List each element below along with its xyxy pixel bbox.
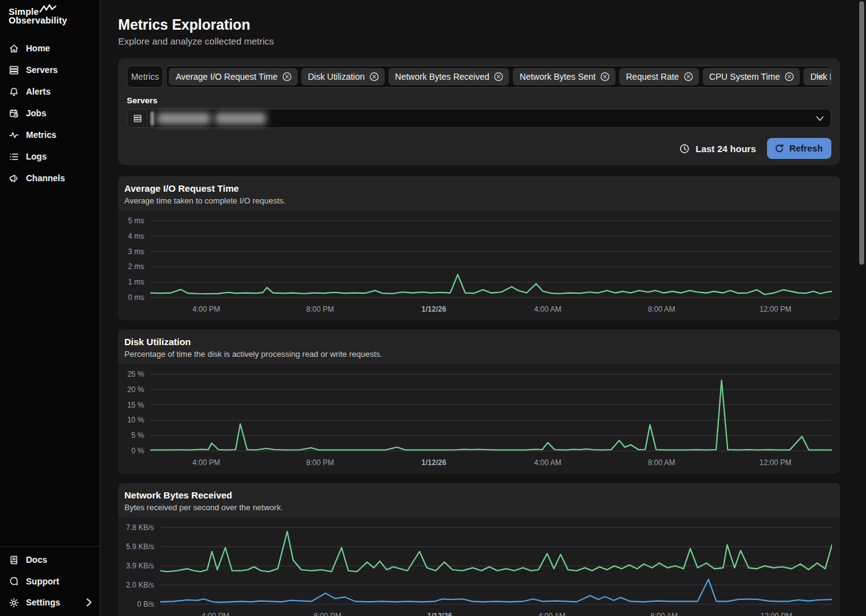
metric-chip[interactable]: Disk Utilization <box>301 68 385 85</box>
x-axis-tick: 1/12/26 <box>406 305 461 314</box>
y-axis-tick: 3.9 KB/s <box>118 562 154 570</box>
sidebar-item-label: Jobs <box>26 108 46 118</box>
sidebar-item-alerts[interactable]: Alerts <box>0 84 100 99</box>
servers-label: Servers <box>127 96 158 105</box>
y-axis-tick: 15 % <box>118 401 144 409</box>
y-axis-tick: 2.0 KB/s <box>118 581 154 589</box>
time-range-button[interactable]: Last 24 hours <box>679 143 756 154</box>
y-axis-tick: 20 % <box>118 385 144 394</box>
sidebar-item-docs[interactable]: Docs <box>0 552 100 567</box>
remove-metric-icon[interactable] <box>282 72 292 82</box>
refresh-button[interactable]: Refresh <box>767 138 831 159</box>
sidebar-item-label: Metrics <box>26 130 56 140</box>
time-range-label: Last 24 hours <box>695 143 756 154</box>
chart-panel-disk-utilization: Disk Utilization Percentage of time the … <box>118 330 840 474</box>
metric-chip-label: Average I/O Request Time <box>176 72 278 82</box>
calendar-icon <box>9 108 19 119</box>
y-axis-tick: 4 ms <box>118 232 144 241</box>
metrics-chipbar-label: Metrics <box>127 66 163 88</box>
x-axis-tick: 4:00 PM <box>187 612 243 616</box>
sidebar-item-label: Logs <box>26 152 46 161</box>
x-axis-tick: 8:00 PM <box>299 612 355 616</box>
sidebar-item-settings[interactable]: Settings <box>0 595 100 610</box>
chart-canvas <box>150 369 832 456</box>
x-axis-tick: 1/12/26 <box>406 458 461 467</box>
y-axis-tick: 25 % <box>118 370 144 379</box>
sidebar-item-label: Home <box>26 43 50 53</box>
metric-chip[interactable]: Network Bytes Sent <box>513 68 615 85</box>
metric-chip-label: Network Bytes Sent <box>520 72 596 82</box>
y-axis-tick: 3 ms <box>118 247 144 256</box>
sidebar-item-logs[interactable]: Logs <box>0 149 100 164</box>
logo-line1: Simple <box>9 7 39 17</box>
chevron-right-icon <box>86 598 92 607</box>
servers-icon <box>9 65 19 75</box>
metric-chip[interactable]: Network Bytes Received <box>388 68 510 85</box>
remove-metric-icon[interactable] <box>369 72 379 82</box>
sidebar-item-label: Support <box>26 576 59 586</box>
sidebar-item-metrics[interactable]: Metrics <box>0 127 100 142</box>
y-axis-tick: 5.9 KB/s <box>118 542 154 551</box>
x-axis-tick: 8:00 PM <box>292 458 348 467</box>
chart-title: Network Bytes Received <box>124 490 232 500</box>
y-axis-tick: 0 % <box>118 447 144 455</box>
servers-select[interactable] <box>127 109 831 128</box>
metric-chip[interactable]: Average I/O Request Time <box>169 68 298 85</box>
sidebar: Simple Observability Home Servers Alerts… <box>0 0 100 616</box>
page-subtitle: Explore and analyze collected metrics <box>118 36 274 46</box>
y-axis-tick: 7.8 KB/s <box>118 523 154 532</box>
chart-panel-header: Disk Utilization Percentage of time the … <box>118 330 840 364</box>
metric-chip-label: Network Bytes Received <box>395 72 490 82</box>
metric-chip-label: CPU System Time <box>710 72 780 82</box>
megaphone-icon <box>9 173 19 184</box>
x-axis-tick: 4:00 PM <box>178 305 234 314</box>
sidebar-item-label: Alerts <box>26 87 51 96</box>
servers-chevron-down-icon[interactable] <box>816 116 824 121</box>
chart-subtitle: Percentage of time the disk is actively … <box>124 349 382 359</box>
sidebar-item-servers[interactable]: Servers <box>0 62 100 77</box>
remove-metric-icon[interactable] <box>784 72 794 82</box>
clock-icon <box>679 143 690 154</box>
chart-plot-area: 7.8 KB/s5.9 KB/s3.9 KB/s2.0 KB/s0 B/s4:0… <box>118 518 840 616</box>
page-title: Metrics Exploration <box>118 17 250 33</box>
refresh-label: Refresh <box>789 143 823 153</box>
chart-panel-avg-io: Average I/O Request Time Average time ta… <box>118 176 840 320</box>
sidebar-item-home[interactable]: Home <box>0 41 100 56</box>
y-axis-tick: 5 ms <box>118 216 144 225</box>
chart-panel-network-bytes-received: Network Bytes Received Bytes received pe… <box>118 483 840 616</box>
metrics-chevron-down-icon[interactable] <box>816 74 824 80</box>
remove-metric-icon[interactable] <box>684 72 693 82</box>
x-axis-tick: 8:00 PM <box>292 305 348 314</box>
sidebar-footer: Docs Support Settings <box>0 546 100 616</box>
chart-canvas <box>160 523 832 609</box>
y-axis-tick: 5 % <box>118 431 144 440</box>
sidebar-item-support[interactable]: Support <box>0 574 100 589</box>
remove-metric-icon[interactable] <box>600 72 610 82</box>
x-axis-tick: 8:00 AM <box>634 458 690 467</box>
app-window: Simple Observability Home Servers Alerts… <box>0 0 866 616</box>
metric-chip[interactable]: Request Rate <box>619 68 699 85</box>
sidebar-item-channels[interactable]: Channels <box>0 171 100 186</box>
book-icon <box>9 555 19 565</box>
metrics-chips-container[interactable]: Average I/O Request TimeDisk Utilization… <box>166 66 831 88</box>
chart-plot-area: 5 ms4 ms3 ms2 ms1 ms0 ms4:00 PM8:00 PM1/… <box>118 211 840 320</box>
sidebar-item-label: Channels <box>26 173 65 183</box>
list-icon <box>9 152 19 162</box>
remove-metric-icon[interactable] <box>494 72 504 82</box>
logo-pulse-icon <box>40 4 57 15</box>
chart-panel-header: Network Bytes Received Bytes received pe… <box>118 483 840 518</box>
logo-line2: Observability <box>9 16 67 25</box>
chart-canvas <box>150 216 832 302</box>
controls-row: Last 24 hours Refresh <box>679 138 831 159</box>
scrollbar-thumb[interactable] <box>859 1 864 265</box>
app-logo: Simple Observability <box>9 7 67 25</box>
x-axis-tick: 4:00 AM <box>520 458 576 467</box>
metric-chip-label: Disk Utilization <box>308 72 365 82</box>
home-icon <box>9 43 19 54</box>
main-content: Metrics Exploration Explore and analyze … <box>101 0 866 616</box>
sidebar-item-jobs[interactable]: Jobs <box>0 106 100 121</box>
chart-subtitle: Average time taken to complete I/O reque… <box>124 196 286 205</box>
sidebar-item-label: Docs <box>26 555 47 565</box>
gear-icon <box>9 597 19 608</box>
metric-chip[interactable]: CPU System Time <box>703 68 800 85</box>
